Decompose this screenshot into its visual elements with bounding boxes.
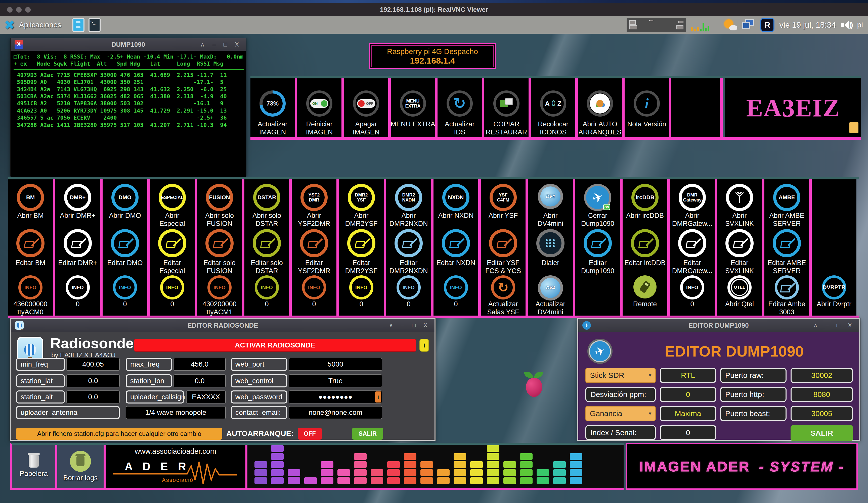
dump1090-editor-window-controls[interactable]: ∧ – □ X: [814, 322, 855, 329]
toprow-nota-versi-n[interactable]: iNota Versión: [624, 78, 669, 137]
borrar-logs-launcher[interactable]: Borrar logs: [57, 445, 104, 488]
info-icon[interactable]: INFO: [302, 275, 326, 300]
volume-icon[interactable]: )): [841, 21, 852, 29]
abrir-icon[interactable]: AMBE: [773, 179, 800, 211]
info-icon[interactable]: INFO: [680, 275, 704, 300]
file-manager-icon[interactable]: [72, 18, 84, 32]
abrir-icon[interactable]: DMR2NXDN: [395, 179, 422, 211]
editar-icon[interactable]: [300, 228, 328, 259]
traffic-lights[interactable]: [7, 7, 31, 12]
info-icon[interactable]: INFO: [66, 275, 90, 300]
info-icon[interactable]: QTEL: [727, 275, 752, 300]
info-icon[interactable]: INFO: [207, 275, 231, 300]
toprow-actualizar[interactable]: ↻ActualizarIDS: [437, 78, 482, 137]
editor-value[interactable]: 30002: [790, 368, 853, 383]
info-icon[interactable]: INFO: [255, 275, 279, 300]
info-icon[interactable]: INFO: [18, 275, 42, 300]
terminal-icon[interactable]: >_: [89, 18, 101, 32]
dump-editor-salir-button[interactable]: SALIR: [790, 425, 853, 441]
editar-icon[interactable]: [489, 228, 517, 259]
editar-icon[interactable]: [111, 228, 139, 259]
abrir-icon[interactable]: FUSION: [206, 179, 233, 211]
papelera-launcher[interactable]: Papelera: [12, 445, 55, 488]
field-value-uploader_antenna[interactable]: 1/4 wave monopole: [126, 406, 226, 419]
weather-icon[interactable]: [724, 18, 737, 31]
editar-icon[interactable]: [16, 228, 44, 259]
editar-icon[interactable]: [394, 228, 423, 259]
zoom-button[interactable]: [25, 7, 31, 12]
activar-radiosonde-button[interactable]: ACTIVAR RADIOSONDE: [134, 339, 416, 352]
field-value-min_freq[interactable]: 400.05: [66, 358, 120, 371]
editar-icon[interactable]: [253, 228, 281, 259]
editar-icon[interactable]: [64, 228, 92, 259]
toprow-recolocar[interactable]: A⇕ZRecolocarICONOS: [531, 78, 575, 137]
minimize-button[interactable]: [16, 7, 22, 12]
abrir-station-cfg-button[interactable]: Abrir fichero station.cfg para hacer cua…: [16, 428, 222, 440]
info-icon[interactable]: INFO: [160, 275, 184, 300]
close-button[interactable]: [7, 7, 13, 12]
editor-value[interactable]: Maxima: [660, 406, 716, 421]
field-value-max_freq[interactable]: 456.0: [174, 358, 226, 371]
info-icon[interactable]: DVRPTR: [822, 275, 846, 300]
autoarranque-off-button[interactable]: OFF: [298, 428, 322, 440]
toprow-abrir-auto[interactable]: Abrir AUTOARRANQUES: [578, 78, 622, 137]
abrir-icon[interactable]: DMO: [111, 179, 138, 211]
abrir-icon[interactable]: DMR2YSF: [348, 179, 375, 211]
editor-value[interactable]: RTL: [660, 368, 716, 383]
toprow-copiar[interactable]: COPIARRESTAURAR: [484, 78, 528, 137]
field-value-web_password[interactable]: ●●●●●●●●i: [289, 390, 382, 404]
editar-icon[interactable]: [631, 228, 659, 259]
radiosonde-info-button[interactable]: i: [420, 339, 429, 352]
dump1090-editor-titlebar[interactable]: ✈ EDITOR DUMP1090 ∧ – □ X: [578, 319, 859, 332]
dump1090-titlebar[interactable]: X DUMP1090 ∧ – □ X: [11, 38, 246, 51]
editar-icon[interactable]: [583, 228, 612, 259]
info-icon[interactable]: INFO: [396, 275, 421, 300]
radiosonde-salir-button[interactable]: SALIR: [352, 428, 383, 440]
abrir-icon[interactable]: [820, 179, 848, 211]
toprow-actualizar[interactable]: 73%ActualizarIMAGEN: [250, 78, 295, 137]
editar-icon[interactable]: [205, 228, 234, 259]
editar-icon[interactable]: [536, 228, 565, 259]
abrir-icon[interactable]: DV4: [538, 179, 563, 211]
abrir-icon[interactable]: DMR+: [64, 179, 91, 211]
password-info-button[interactable]: i: [375, 391, 381, 402]
radiosonde-window-controls[interactable]: ∧ – □ X: [389, 322, 431, 329]
clock[interactable]: vie 19 jul, 18:34: [779, 20, 836, 30]
realvnc-tray-icon[interactable]: R: [761, 18, 774, 32]
abrir-icon[interactable]: ircDDB: [631, 179, 659, 211]
toprow-menu-extra[interactable]: MENU EXTRAMENU EXTRA: [391, 78, 435, 137]
dropdown-stick-sdr[interactable]: Stick SDR▼: [585, 368, 656, 383]
field-value-web_port[interactable]: 5000: [289, 358, 382, 371]
network-icon[interactable]: [742, 19, 755, 31]
dump1090-window-controls[interactable]: ∧ – □ X: [200, 41, 242, 48]
editar-icon[interactable]: [725, 228, 754, 259]
info-icon[interactable]: [584, 275, 611, 300]
editor-value[interactable]: 30005: [790, 406, 853, 421]
workspace-pager[interactable]: [627, 18, 686, 32]
editar-icon[interactable]: [678, 228, 706, 259]
abrir-icon[interactable]: ✈ON: [584, 179, 611, 211]
field-value-station_lat[interactable]: 0.0: [66, 374, 120, 387]
info-icon[interactable]: INFO: [349, 275, 373, 300]
editor-value[interactable]: 0: [660, 387, 716, 402]
radiosonde-titlebar[interactable]: EDITOR RADIOSONDE ∧ – □ X: [11, 319, 434, 332]
abrir-icon[interactable]: [726, 179, 753, 211]
abrir-icon[interactable]: DSTAR: [253, 179, 280, 211]
field-value-station_lon[interactable]: 0.0: [174, 374, 226, 387]
editar-icon[interactable]: [773, 228, 801, 259]
info-icon[interactable]: ↻: [491, 275, 515, 300]
abrir-icon[interactable]: YSF2DMR: [300, 179, 328, 211]
editar-icon[interactable]: [442, 228, 470, 259]
editor-value[interactable]: 0: [660, 425, 716, 440]
editar-icon[interactable]: [347, 228, 375, 259]
abrir-icon[interactable]: ESPECIAL: [159, 179, 186, 211]
editar-icon[interactable]: [158, 228, 186, 259]
info-icon[interactable]: DV4: [538, 275, 563, 300]
dropdown-ganancia[interactable]: Ganancia▼: [585, 406, 656, 421]
abrir-icon[interactable]: DMRGateway: [679, 179, 706, 211]
field-value-station_alt[interactable]: 0.0: [66, 390, 120, 404]
field-value-contact_email[interactable]: none@none.com: [289, 406, 382, 419]
info-icon[interactable]: [633, 275, 657, 300]
info-icon[interactable]: INFO: [444, 275, 468, 300]
field-value-uploader_callsign[interactable]: EAXXXX: [186, 390, 226, 404]
